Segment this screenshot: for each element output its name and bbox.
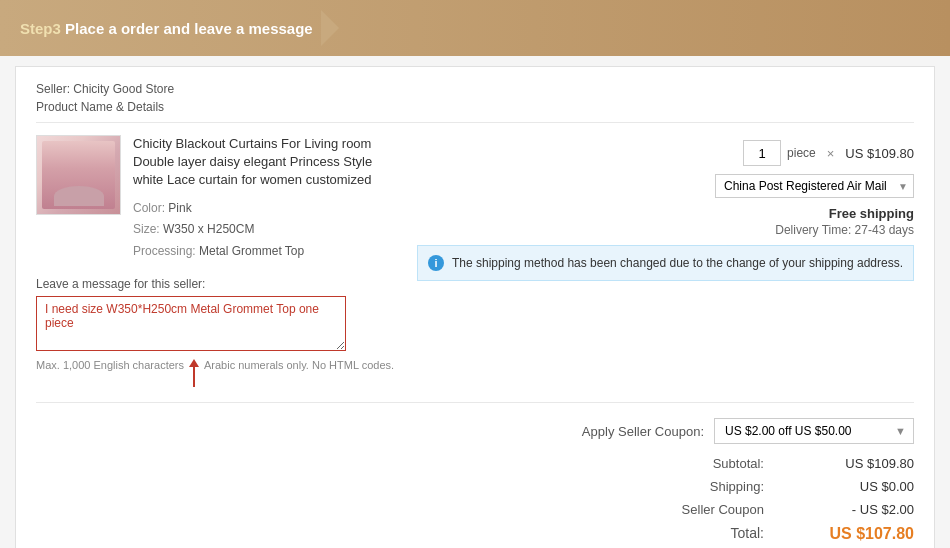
color-row: Color: Pink bbox=[133, 198, 405, 220]
total-label: Total: bbox=[684, 525, 764, 543]
seller-info: Seller: Chicity Good Store bbox=[36, 82, 914, 96]
shipping-label: Shipping: bbox=[684, 479, 764, 494]
processing-label: Processing: bbox=[133, 244, 196, 258]
size-label: Size: bbox=[133, 222, 160, 236]
subtotal-value: US $109.80 bbox=[824, 456, 914, 471]
step-title: Place a order and leave a message bbox=[65, 20, 313, 37]
seller-name: Chicity Good Store bbox=[73, 82, 174, 96]
shipping-select-wrapper: China Post Registered Air Mail ▼ bbox=[715, 174, 914, 198]
totals-section: Subtotal: US $109.80 Shipping: US $0.00 … bbox=[36, 456, 914, 543]
product-image bbox=[36, 135, 121, 215]
color-value: Pink bbox=[168, 201, 191, 215]
coupon-row: Apply Seller Coupon: US $2.00 off US $50… bbox=[36, 418, 914, 444]
shipping-row: Shipping: US $0.00 bbox=[36, 479, 914, 494]
shipping-info-block: Free shipping Delivery Time: 27-43 days … bbox=[417, 206, 914, 281]
product-attributes: Color: Pink Size: W350 x H250CM Processi… bbox=[133, 198, 405, 263]
message-label: Leave a message for this seller: bbox=[36, 277, 405, 291]
arrow-indicator bbox=[189, 359, 199, 387]
header-arrow-decoration bbox=[321, 10, 339, 46]
info-icon: i bbox=[428, 255, 444, 271]
hint-text: Max. 1,000 English characters bbox=[36, 359, 184, 371]
seller-coupon-row: Seller Coupon - US $2.00 bbox=[36, 502, 914, 517]
unit-price: US $109.80 bbox=[845, 146, 914, 161]
product-section-header: Product Name & Details bbox=[36, 100, 914, 123]
product-info-row: Chicity Blackout Curtains For Living roo… bbox=[36, 135, 914, 387]
coupon-label: Apply Seller Coupon: bbox=[582, 424, 704, 439]
unit-text: piece bbox=[787, 146, 816, 160]
shipping-value: US $0.00 bbox=[824, 479, 914, 494]
hint-text-2: Arabic numerals only. No HTML codes. bbox=[204, 359, 394, 371]
multiply-sign: × bbox=[827, 146, 835, 161]
seller-coupon-value: - US $2.00 bbox=[824, 502, 914, 517]
main-container: Seller: Chicity Good Store Product Name … bbox=[15, 66, 935, 548]
qty-price-row: piece × US $109.80 bbox=[743, 140, 914, 166]
message-section: Leave a message for this seller: I need … bbox=[36, 277, 405, 387]
arrow-line bbox=[193, 367, 195, 387]
step-number: Step3 bbox=[20, 20, 61, 37]
seller-coupon-label: Seller Coupon bbox=[682, 502, 764, 517]
size-value: W350 x H250CM bbox=[163, 222, 254, 236]
divider bbox=[36, 402, 914, 403]
size-row: Size: W350 x H250CM bbox=[133, 219, 405, 241]
product-title: Chicity Blackout Curtains For Living roo… bbox=[133, 135, 405, 190]
shipping-notice: i The shipping method has been changed d… bbox=[417, 245, 914, 281]
arrow-up-icon bbox=[189, 359, 199, 367]
shipping-method-select[interactable]: China Post Registered Air Mail bbox=[715, 174, 914, 198]
step-header: Step3 Place a order and leave a message bbox=[0, 0, 950, 56]
free-shipping-badge: Free shipping bbox=[417, 206, 914, 221]
shipping-notice-text: The shipping method has been changed due… bbox=[452, 254, 903, 272]
message-textarea[interactable]: I need size W350*H250cm Metal Grommet To… bbox=[36, 296, 346, 351]
message-hint: Max. 1,000 English characters Arabic num… bbox=[36, 359, 405, 387]
processing-row: Processing: Metal Grommet Top bbox=[133, 241, 405, 263]
middle-section: piece × US $109.80 China Post Registered… bbox=[417, 135, 914, 387]
quantity-input[interactable] bbox=[743, 140, 781, 166]
product-row: Chicity Blackout Curtains For Living roo… bbox=[36, 135, 405, 262]
coupon-select-wrapper: US $2.00 off US $50.00 ▼ bbox=[714, 418, 914, 444]
coupon-select[interactable]: US $2.00 off US $50.00 bbox=[714, 418, 914, 444]
color-label: Color: bbox=[133, 201, 165, 215]
total-row: Total: US $107.80 bbox=[36, 525, 914, 543]
delivery-time: Delivery Time: 27-43 days bbox=[417, 223, 914, 237]
subtotal-row: Subtotal: US $109.80 bbox=[36, 456, 914, 471]
seller-label: Seller: bbox=[36, 82, 70, 96]
total-value: US $107.80 bbox=[824, 525, 914, 543]
product-details: Chicity Blackout Curtains For Living roo… bbox=[133, 135, 405, 262]
subtotal-label: Subtotal: bbox=[684, 456, 764, 471]
processing-value: Metal Grommet Top bbox=[199, 244, 304, 258]
left-section: Chicity Blackout Curtains For Living roo… bbox=[36, 135, 405, 387]
